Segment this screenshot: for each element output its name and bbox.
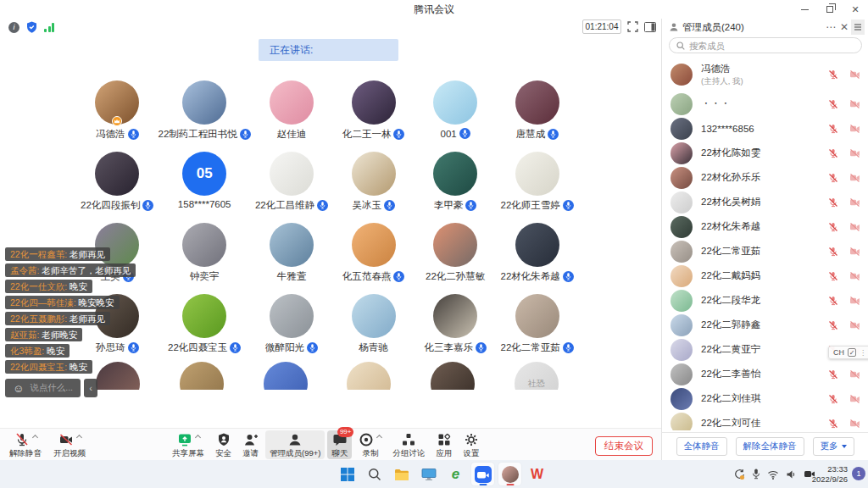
taskbar-app-wechat[interactable] xyxy=(498,463,521,485)
footer-button-更多[interactable]: 更多 xyxy=(813,437,854,456)
participant-tile[interactable]: 社恐 xyxy=(494,362,578,390)
chat-collapse-button[interactable]: ‹ xyxy=(84,379,97,397)
member-row[interactable]: 22化二郭静鑫 xyxy=(662,313,868,337)
participant-tile[interactable]: 22化二常亚茹 xyxy=(496,292,578,363)
participant-tile[interactable]: 22化二孙慧敏 xyxy=(415,221,497,292)
member-search-box[interactable] xyxy=(669,37,862,53)
participant-tile[interactable]: 22化工昌维静 xyxy=(251,150,333,221)
participant-tile[interactable]: 22化四聂宝玉 xyxy=(159,292,251,363)
member-camera-off-icon[interactable] xyxy=(849,419,860,429)
member-mic-muted-icon[interactable] xyxy=(828,419,838,429)
restore-button[interactable] xyxy=(817,0,843,19)
panel-menu-button[interactable] xyxy=(851,19,865,35)
close-button[interactable]: ✕ xyxy=(843,0,868,19)
participant-tile[interactable]: 22材化朱希越 xyxy=(496,221,578,292)
fullscreen-icon[interactable] xyxy=(627,21,638,32)
member-mic-muted-icon[interactable] xyxy=(828,369,838,380)
member-camera-off-icon[interactable] xyxy=(849,222,860,232)
member-search-input[interactable] xyxy=(689,41,833,51)
toolbar-item-settings[interactable]: 设置 xyxy=(459,430,483,459)
end-meeting-button[interactable]: 结束会议 xyxy=(595,436,653,456)
member-row[interactable]: 22材化朱希越 xyxy=(662,214,868,239)
participant-tile[interactable]: 化二王一林 xyxy=(332,79,415,150)
member-camera-off-icon[interactable] xyxy=(849,148,860,158)
toolbar-item-camera-off[interactable]: 开启视频 xyxy=(49,430,90,459)
chat-input[interactable]: ☺ 说点什么... xyxy=(5,379,81,397)
member-mic-muted-icon[interactable] xyxy=(828,124,838,134)
network-signal-icon[interactable] xyxy=(44,22,54,32)
participant-tile[interactable]: 22化四段振钊 xyxy=(76,150,159,221)
participant-tile[interactable]: 李甲豪 xyxy=(415,150,497,221)
taskbar-clock[interactable]: 23:33 2022/9/26 xyxy=(812,464,848,484)
member-camera-off-icon[interactable] xyxy=(849,271,860,281)
panel-more-button[interactable]: ⋯ xyxy=(824,21,837,33)
ime-indicator[interactable]: CH ✓ ⋮⋮ xyxy=(828,346,868,359)
footer-button-解除全体静音[interactable]: 解除全体静音 xyxy=(736,437,804,456)
participant-tile[interactable]: 唐慧成 xyxy=(496,79,578,150)
participant-tile[interactable]: 化三李嘉乐 xyxy=(415,292,497,363)
participant-tile[interactable]: 05158****7605 xyxy=(159,150,251,221)
taskbar-app-start[interactable] xyxy=(336,463,359,485)
member-row[interactable]: ・・・ xyxy=(662,92,868,116)
member-mic-muted-icon[interactable] xyxy=(828,320,838,330)
member-row[interactable]: 132****6856 xyxy=(662,116,868,141)
member-camera-off-icon[interactable] xyxy=(849,369,860,380)
member-mic-muted-icon[interactable] xyxy=(828,394,838,404)
member-mic-muted-icon[interactable] xyxy=(828,222,838,232)
taskbar-app-this-pc[interactable] xyxy=(417,463,440,485)
participant-tile[interactable] xyxy=(327,362,411,390)
toolbar-item-apps[interactable]: 应用 xyxy=(431,430,456,459)
security-shield-icon[interactable] xyxy=(26,21,37,33)
tray-wifi-icon[interactable] xyxy=(767,469,779,480)
toolbar-item-share-screen[interactable]: 共享屏幕 xyxy=(168,430,209,459)
chevron-up-icon[interactable] xyxy=(194,435,200,441)
tray-sync-icon[interactable] xyxy=(733,469,745,480)
taskbar-app-wps[interactable]: W xyxy=(526,463,548,485)
member-mic-muted-icon[interactable] xyxy=(828,148,838,158)
toolbar-item-chat[interactable]: 聊天99+ xyxy=(327,430,352,459)
chevron-up-icon[interactable] xyxy=(31,435,37,441)
member-mic-muted-icon[interactable] xyxy=(828,69,838,80)
participant-tile[interactable]: 吴冰玉 xyxy=(332,150,415,221)
toolbar-item-members[interactable]: 管理成员(99+) xyxy=(265,430,325,459)
participant-tile[interactable]: 001 xyxy=(415,79,497,150)
participant-tile[interactable]: 微醉阳光 xyxy=(251,292,333,363)
participant-tile[interactable]: 22化师王雪婷 xyxy=(496,150,578,221)
member-camera-off-icon[interactable] xyxy=(849,296,860,306)
participant-tile[interactable] xyxy=(411,362,495,390)
participant-tile[interactable]: 钟奕宇 xyxy=(159,221,251,292)
member-row[interactable]: 22化二戴妈妈 xyxy=(662,263,868,288)
member-mic-muted-icon[interactable] xyxy=(828,99,838,109)
member-camera-off-icon[interactable] xyxy=(849,124,860,134)
participant-tile[interactable]: 22制药工程田书悦 xyxy=(159,79,251,150)
taskbar-app-file-explorer[interactable] xyxy=(390,463,413,485)
member-row[interactable]: 冯德浩(主持人, 我) xyxy=(662,58,868,92)
member-camera-off-icon[interactable] xyxy=(849,320,860,330)
member-mic-muted-icon[interactable] xyxy=(828,247,838,257)
member-mic-muted-icon[interactable] xyxy=(828,271,838,281)
toolbar-item-breakout[interactable]: 分组讨论 xyxy=(388,430,429,459)
member-camera-off-icon[interactable] xyxy=(849,247,860,257)
layout-switch-icon[interactable] xyxy=(644,22,656,32)
chevron-up-icon[interactable] xyxy=(75,435,81,441)
member-row[interactable]: 22化二刘可佳 xyxy=(662,411,868,430)
member-row[interactable]: 22化二常亚茹 xyxy=(662,239,868,263)
notification-badge[interactable]: 1 xyxy=(852,467,865,480)
participant-tile[interactable]: 化五范春燕 xyxy=(332,221,415,292)
member-camera-off-icon[interactable] xyxy=(849,197,860,208)
toolbar-item-record[interactable]: 录制 xyxy=(354,430,386,459)
minimize-button[interactable] xyxy=(792,0,817,19)
participant-tile[interactable]: 冯德浩 xyxy=(76,79,159,150)
chevron-up-icon[interactable] xyxy=(376,435,382,441)
participant-tile[interactable] xyxy=(243,362,327,390)
member-row[interactable]: 22化二刘佳琪 xyxy=(662,386,868,411)
member-row[interactable]: 22材化孙乐乐 xyxy=(662,165,868,190)
member-row[interactable]: 22材化陈如雯 xyxy=(662,141,868,165)
footer-button-全体静音[interactable]: 全体静音 xyxy=(676,437,727,456)
member-camera-off-icon[interactable] xyxy=(849,173,860,183)
participant-tile[interactable]: 牛雅萱 xyxy=(251,221,333,292)
member-mic-muted-icon[interactable] xyxy=(828,197,838,208)
taskbar-app-search[interactable] xyxy=(363,463,386,485)
participant-tile[interactable]: 杨青驰 xyxy=(332,292,415,363)
participant-tile[interactable] xyxy=(160,362,244,390)
